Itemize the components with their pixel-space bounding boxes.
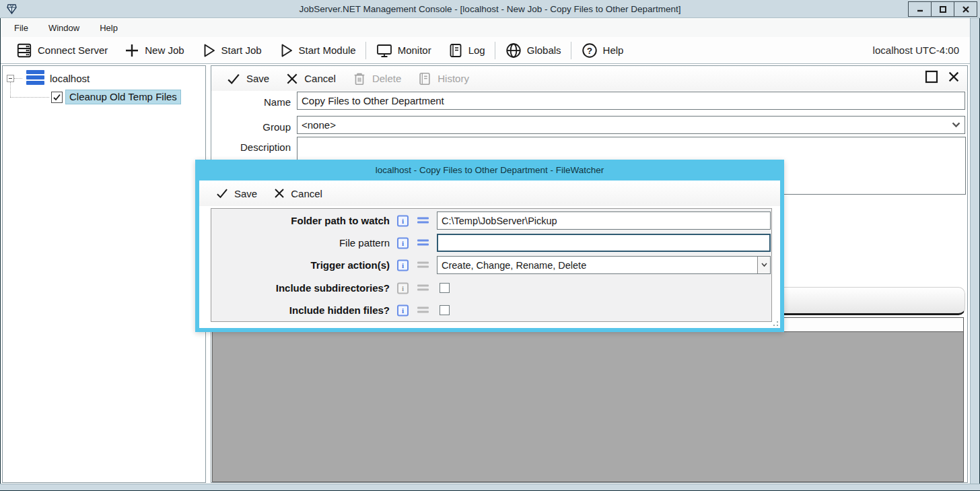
collapse-expander-icon[interactable] (7, 75, 14, 82)
window-title: JobServer.NET Management Console - [loca… (0, 0, 980, 18)
include-hidden-files-checkbox[interactable] (440, 305, 450, 315)
name-label: Name (211, 96, 291, 108)
check-icon (215, 187, 229, 200)
toolbar-label: New Job (145, 44, 184, 56)
tree-node-label[interactable]: localhost (50, 73, 90, 84)
tree-node-label-selected[interactable]: Cleanup Old Temp Files (65, 90, 181, 104)
cancel-label: Cancel (304, 73, 336, 84)
trigger-actions-select[interactable]: Create, Change, Rename, Delete (437, 256, 771, 274)
chevron-down-icon[interactable] (757, 257, 770, 273)
close-button[interactable] (954, 1, 977, 17)
monitor-button[interactable]: Monitor (368, 39, 440, 62)
save-button[interactable]: Save (218, 71, 277, 86)
description-label: Description (211, 141, 291, 153)
job-name-input[interactable] (297, 92, 965, 110)
editor-toolbar: Save Cancel Delete History (211, 66, 967, 91)
info-icon[interactable]: i (397, 237, 409, 249)
equals-icon[interactable] (417, 284, 429, 292)
param-row-folder-path: Folder path to watch i (211, 211, 771, 230)
history-label: History (438, 73, 469, 84)
play-icon (278, 42, 294, 59)
param-row-include-subdirectories: Include subdirectories? i (211, 279, 771, 297)
job-group-select[interactable]: <none> (297, 116, 965, 134)
svg-text:?: ? (586, 45, 592, 55)
tree-node-job[interactable]: Cleanup Old Temp Files (3, 89, 205, 105)
check-icon (226, 71, 241, 86)
param-label: File pattern (211, 237, 390, 249)
book-icon (417, 71, 432, 86)
delete-label: Delete (372, 73, 401, 84)
equals-icon[interactable] (417, 306, 429, 314)
question-icon: ? (581, 42, 598, 59)
parameter-fieldset: Folder path to watch i File pattern i Tr… (211, 208, 772, 322)
menu-window[interactable]: Window (48, 23, 79, 33)
help-button[interactable]: ? Help (573, 39, 632, 62)
dialog-save-button[interactable]: Save (207, 187, 265, 200)
toolbar-label: Start Job (221, 44, 262, 56)
start-module-button[interactable]: Start Module (270, 39, 364, 62)
toolbar-label: Globals (527, 44, 561, 56)
window-frame-bottom (0, 484, 980, 491)
grid-body-area (212, 332, 964, 482)
job-enabled-checkbox[interactable] (51, 92, 63, 103)
param-row-include-hidden-files: Include hidden files? i (211, 301, 771, 319)
toolbar-separator (365, 42, 366, 59)
globe-icon (505, 42, 522, 59)
resize-grip[interactable] (773, 321, 779, 327)
mdi-window-controls (924, 69, 960, 84)
tree-connector (10, 82, 11, 97)
info-icon[interactable]: i (397, 282, 409, 294)
tree-node-localhost[interactable]: localhost (7, 70, 205, 86)
history-button[interactable]: History (409, 71, 477, 86)
group-selected-value: <none> (302, 119, 336, 131)
window-frame-right (970, 18, 980, 491)
job-tree-panel: localhost Cleanup Old Temp Files (2, 65, 206, 483)
info-icon[interactable]: i (397, 259, 409, 271)
trash-icon (352, 71, 367, 86)
menu-help[interactable]: Help (100, 23, 118, 33)
param-label: Trigger action(s) (211, 259, 390, 271)
delete-button[interactable]: Delete (344, 71, 409, 86)
cancel-button[interactable]: Cancel (277, 72, 344, 86)
maximize-icon[interactable] (924, 69, 939, 84)
toolbar-label: Log (468, 44, 485, 56)
minimize-button[interactable] (908, 1, 932, 17)
x-icon (273, 187, 285, 199)
equals-icon[interactable] (417, 239, 429, 247)
dialog-body: Save Cancel Folder path to watch i (199, 181, 780, 328)
main-toolbar: Connect Server New Job Start Job Start M… (1, 37, 970, 64)
window-controls (909, 1, 977, 17)
menu-file[interactable]: File (14, 23, 28, 33)
toolbar-label: Start Module (299, 44, 356, 56)
connect-server-button[interactable]: Connect Server (7, 39, 116, 62)
equals-icon[interactable] (417, 217, 429, 224)
trigger-actions-value: Create, Change, Rename, Delete (442, 260, 586, 271)
maximize-button[interactable] (931, 1, 954, 17)
param-label: Folder path to watch (211, 215, 390, 226)
new-job-button[interactable]: New Job (116, 39, 192, 62)
log-button[interactable]: Log (440, 39, 493, 62)
dialog-cancel-label: Cancel (291, 188, 322, 199)
dialog-cancel-button[interactable]: Cancel (265, 187, 330, 199)
start-job-button[interactable]: Start Job (193, 39, 270, 62)
equals-icon[interactable] (417, 261, 429, 269)
dialog-toolbar: Save Cancel (199, 181, 780, 206)
toolbar-label: Connect Server (38, 44, 108, 56)
info-icon[interactable]: i (397, 304, 409, 316)
group-label: Group (211, 121, 291, 133)
info-icon[interactable]: i (397, 215, 409, 226)
server-timezone-status: localhost UTC-4:00 (873, 44, 963, 56)
folder-path-input[interactable] (437, 211, 771, 230)
close-icon[interactable] (947, 70, 960, 84)
toolbar-separator (571, 42, 571, 59)
toolbar-label: Monitor (398, 44, 431, 56)
server-icon (15, 42, 33, 59)
file-pattern-input[interactable] (437, 234, 771, 252)
tree-connector (14, 78, 22, 79)
dialog-save-label: Save (234, 188, 257, 199)
globals-button[interactable]: Globals (497, 39, 569, 62)
menu-bar: File Window Help (1, 19, 970, 37)
include-subdirectories-checkbox[interactable] (440, 283, 450, 293)
dialog-title-bar[interactable]: localhost - Copy Files to Other Departme… (195, 160, 784, 181)
filewatcher-dialog: localhost - Copy Files to Other Departme… (195, 160, 784, 332)
